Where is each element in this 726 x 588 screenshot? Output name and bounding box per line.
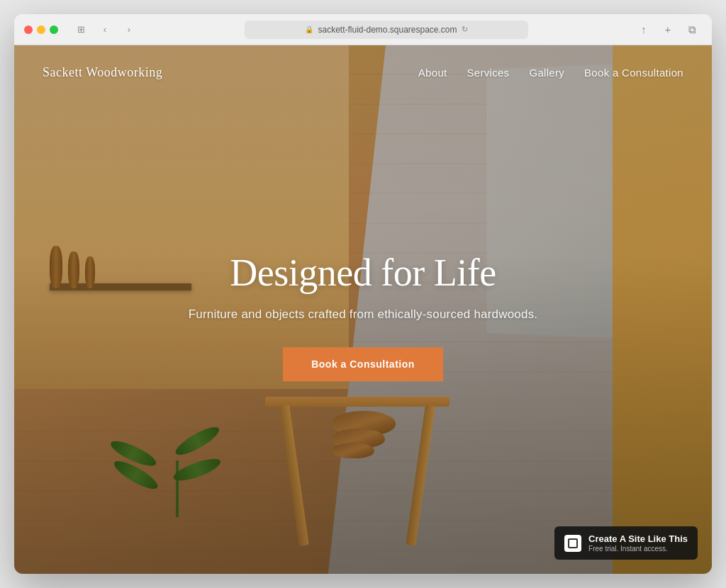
nav-link-services[interactable]: Services	[467, 67, 510, 79]
squarespace-badge-sub: Free trial. Instant access.	[588, 545, 688, 553]
nav-link-gallery[interactable]: Gallery	[529, 67, 564, 79]
hero-subtitle: Furniture and objects crafted from ethic…	[150, 307, 576, 322]
close-button[interactable]	[24, 26, 33, 34]
hero-content: Designed for Life Furniture and objects …	[150, 251, 576, 381]
traffic-lights	[24, 26, 58, 34]
browser-window: ⊞ ‹ › 🔒 sackett-fluid-demo.squarespace.c…	[14, 14, 712, 574]
browser-chrome: ⊞ ‹ › 🔒 sackett-fluid-demo.squarespace.c…	[14, 14, 712, 45]
squarespace-badge-text: Create A Site Like This Free trial. Inst…	[588, 533, 688, 553]
maximize-button[interactable]	[50, 26, 58, 34]
nav-link-about[interactable]: About	[418, 67, 447, 79]
squarespace-badge-main: Create A Site Like This	[588, 533, 688, 544]
lock-icon: 🔒	[305, 26, 313, 33]
site-logo[interactable]: Sackett Woodworking	[43, 65, 162, 80]
squarespace-logo-icon	[564, 535, 581, 552]
hero-title: Designed for Life	[150, 251, 576, 295]
squarespace-logo-inner	[568, 538, 578, 548]
url-text: sackett-fluid-demo.squarespace.com	[318, 25, 457, 35]
nav-links: About Services Gallery Book a Consultati…	[418, 67, 683, 79]
browser-right-controls: ↑ + ⧉	[634, 22, 702, 38]
share-button[interactable]: ↑	[634, 22, 654, 38]
tab-overview-button[interactable]: ⧉	[682, 22, 702, 38]
minimize-button[interactable]	[37, 26, 45, 34]
nav-link-book[interactable]: Book a Consultation	[584, 67, 683, 79]
back-button[interactable]: ‹	[95, 22, 115, 38]
address-spacer: 🔒 sackett-fluid-demo.squarespace.com ↻	[146, 21, 627, 39]
new-tab-button[interactable]: +	[658, 22, 678, 38]
browser-controls: ⊞ ‹ ›	[71, 22, 139, 38]
cta-button[interactable]: Book a Consultation	[283, 347, 443, 381]
website-content: Sackett Woodworking About Services Galle…	[14, 45, 712, 574]
navigation: Sackett Woodworking About Services Galle…	[14, 45, 712, 100]
forward-button[interactable]: ›	[119, 22, 139, 38]
window-tab-icon[interactable]: ⊞	[71, 22, 91, 38]
refresh-button[interactable]: ↻	[462, 22, 468, 38]
address-bar[interactable]: 🔒 sackett-fluid-demo.squarespace.com ↻	[245, 21, 528, 39]
squarespace-badge[interactable]: Create A Site Like This Free trial. Inst…	[554, 526, 698, 560]
